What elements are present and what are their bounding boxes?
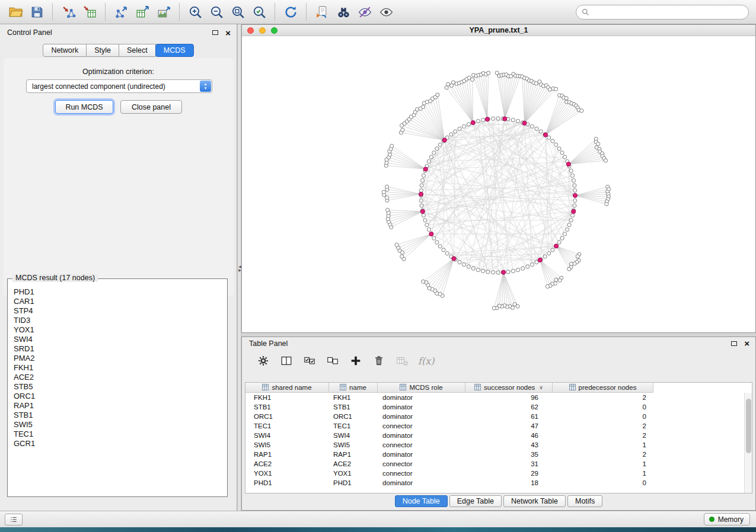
export-image-button[interactable]: [153, 2, 174, 21]
result-node-item[interactable]: SRD1: [14, 344, 221, 354]
search-box: [576, 5, 749, 20]
float-window-icon[interactable]: [212, 30, 218, 35]
result-node-item[interactable]: STP4: [14, 306, 221, 316]
window-close-button[interactable]: [247, 27, 254, 34]
table-row[interactable]: SWI5SWI5connector431: [245, 440, 752, 450]
add-column-button[interactable]: [349, 354, 363, 368]
table-settings-button[interactable]: [256, 354, 270, 368]
table-row[interactable]: FKH1FKH1dominator962: [245, 393, 752, 402]
float-window-icon[interactable]: [731, 341, 737, 346]
control-panel-tabs: NetworkStyleSelectMCDS: [0, 44, 237, 57]
cell-name: STB1: [329, 403, 378, 411]
close-panel-button[interactable]: Close panel: [120, 100, 182, 114]
column-header-mcds-role[interactable]: MCDS role: [378, 383, 465, 393]
network-canvas-svg[interactable]: [242, 36, 755, 332]
zoom-fit-button[interactable]: [227, 2, 248, 21]
zoom-selected-button[interactable]: [248, 2, 270, 21]
mcds-result-box: MCDS result (17 nodes) PHD1CAR1STP4TID3Y…: [7, 278, 228, 497]
table-body: FKH1FKH1dominator962STB1STB1dominator620…: [245, 393, 752, 488]
cell-mcds-role: connector: [378, 441, 465, 448]
tab-node-table[interactable]: Node Table: [395, 495, 448, 507]
memory-button[interactable]: Memory: [704, 513, 750, 525]
column-grid-icon: [474, 384, 481, 392]
hide-selected-button[interactable]: [354, 2, 375, 21]
search-network-button[interactable]: [333, 2, 354, 21]
result-node-item[interactable]: CAR1: [14, 297, 221, 306]
table-scrollbar[interactable]: [744, 393, 752, 493]
deselect-all-button[interactable]: [326, 354, 340, 368]
table-row[interactable]: TEC1TEC1connector472: [245, 421, 752, 431]
save-button[interactable]: [26, 2, 47, 21]
tab-edge-table[interactable]: Edge Table: [449, 495, 502, 507]
table-row[interactable]: YOX1YOX1connector291: [245, 469, 752, 478]
close-panel-icon[interactable]: ×: [744, 339, 749, 348]
delete-column-button[interactable]: [372, 354, 386, 368]
cell-mcds-role: connector: [378, 460, 465, 467]
zoom-in-button[interactable]: [184, 2, 206, 21]
table-toolbar: f(x): [242, 350, 755, 372]
table-row[interactable]: ORC1ORC1dominator610: [245, 412, 752, 421]
show-columns-button[interactable]: [279, 354, 294, 368]
open-button[interactable]: [5, 2, 26, 21]
result-node-item[interactable]: PMA2: [14, 354, 221, 363]
result-node-item[interactable]: STB5: [14, 382, 221, 392]
cell-predecessor-nodes: 1: [553, 441, 653, 448]
result-node-item[interactable]: PHD1: [14, 287, 221, 297]
refresh-button[interactable]: [280, 2, 301, 21]
dropdown-selected-value: largest connected component (undirected): [32, 82, 165, 91]
cell-shared-name: PHD1: [245, 479, 329, 486]
vertical-splitter[interactable]: ◀▶: [237, 24, 241, 511]
export-table-button[interactable]: [132, 2, 153, 21]
select-all-button[interactable]: [302, 354, 317, 368]
tab-select[interactable]: Select: [119, 44, 156, 57]
result-node-item[interactable]: RAP1: [14, 401, 221, 411]
tab-network[interactable]: Network: [43, 44, 87, 57]
window-zoom-button[interactable]: [271, 27, 277, 34]
table-row[interactable]: STB1STB1dominator620: [245, 402, 752, 412]
table-row[interactable]: RAP1RAP1dominator352: [245, 450, 752, 459]
tab-mcds[interactable]: MCDS: [155, 44, 194, 57]
result-node-item[interactable]: YOX1: [14, 325, 221, 335]
column-header-name[interactable]: name: [329, 383, 378, 393]
eye-slash-icon: [358, 5, 372, 20]
tab-network-table[interactable]: Network Table: [503, 495, 566, 507]
import-table-button[interactable]: [79, 2, 100, 21]
table-row[interactable]: PHD1PHD1dominator180: [245, 478, 752, 488]
column-header-label: name: [349, 384, 366, 391]
network-snapshot-button[interactable]: [311, 2, 333, 21]
task-history-button[interactable]: [5, 514, 23, 525]
cell-name: RAP1: [329, 451, 378, 458]
scrollbar-thumb[interactable]: [746, 399, 751, 453]
column-header-successor-nodes[interactable]: successor nodes∨: [465, 383, 553, 393]
table-panel-title: Table Panel: [249, 339, 288, 348]
table-row[interactable]: SWI4SWI4dominator462: [245, 431, 752, 440]
zoom-out-button[interactable]: [206, 2, 227, 21]
window-minimize-button[interactable]: [259, 27, 266, 34]
result-node-item[interactable]: GCR1: [14, 439, 221, 448]
result-node-item[interactable]: TEC1: [14, 430, 221, 439]
table-row[interactable]: ACE2ACE2connector311: [245, 459, 752, 469]
result-node-item[interactable]: FKH1: [14, 363, 221, 373]
result-node-item[interactable]: SWI5: [14, 420, 221, 430]
column-header-shared-name[interactable]: shared name: [245, 383, 329, 393]
close-panel-icon[interactable]: ×: [225, 28, 231, 37]
optimization-dropdown[interactable]: largest connected component (undirected)…: [26, 79, 212, 93]
result-node-item[interactable]: STB1: [14, 411, 221, 420]
result-node-item[interactable]: ORC1: [14, 392, 221, 401]
export-network-button[interactable]: [110, 2, 132, 21]
search-input[interactable]: [593, 8, 743, 17]
cell-shared-name: SWI4: [245, 432, 329, 439]
column-header-predecessor-nodes[interactable]: predecessor nodes: [553, 383, 653, 393]
result-node-item[interactable]: TID3: [14, 316, 221, 325]
tab-motifs[interactable]: Motifs: [567, 495, 602, 507]
import-network-button[interactable]: [58, 2, 79, 21]
run-mcds-button[interactable]: Run MCDS: [55, 100, 113, 114]
show-all-button[interactable]: [375, 2, 397, 21]
result-node-item[interactable]: SWI4: [14, 335, 221, 344]
toolbar-separator: [52, 3, 53, 21]
column-grid-icon: [569, 384, 576, 392]
tab-style[interactable]: Style: [86, 44, 119, 57]
zoom-out-icon: [209, 5, 224, 20]
result-node-item[interactable]: ACE2: [14, 373, 221, 382]
optimization-criterion-label: Optimization criterion:: [0, 68, 237, 76]
